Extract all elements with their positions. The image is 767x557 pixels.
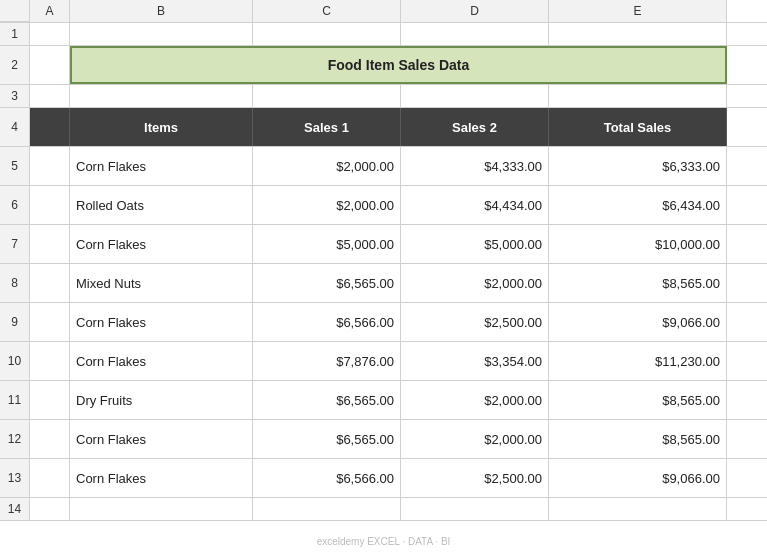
- cell-14b: [70, 498, 253, 520]
- col-header-a: A: [30, 0, 70, 22]
- row-num-14: 14: [0, 498, 30, 520]
- table-row: 9 Corn Flakes $6,566.00 $2,500.00 $9,066…: [0, 303, 767, 342]
- cell-9b: Corn Flakes: [70, 303, 253, 341]
- cell-5d: $4,333.00: [401, 147, 549, 185]
- cell-4a: [30, 108, 70, 146]
- cell-9c: $6,566.00: [253, 303, 401, 341]
- grid-body: 1 2 Food Item Sales Data 3 4 Items: [0, 23, 767, 557]
- cell-10b: Corn Flakes: [70, 342, 253, 380]
- col-sales2-header: Sales 2: [401, 108, 549, 146]
- cell-3c: [253, 85, 401, 107]
- watermark: exceldemy EXCEL · DATA · BI: [317, 536, 451, 547]
- row-num-8: 8: [0, 264, 30, 302]
- col-header-b: B: [70, 0, 253, 22]
- cell-12a: [30, 420, 70, 458]
- row-num-11: 11: [0, 381, 30, 419]
- cell-12b: Corn Flakes: [70, 420, 253, 458]
- cell-6e: $6,434.00: [549, 186, 727, 224]
- row-3: 3: [0, 85, 767, 108]
- row-num-1: 1: [0, 23, 30, 45]
- row-num-9: 9: [0, 303, 30, 341]
- cell-2a: [30, 46, 70, 84]
- cell-14a: [30, 498, 70, 520]
- cell-13d: $2,500.00: [401, 459, 549, 497]
- cell-11d: $2,000.00: [401, 381, 549, 419]
- table-row: 11 Dry Fruits $6,565.00 $2,000.00 $8,565…: [0, 381, 767, 420]
- row-4-header: 4 Items Sales 1 Sales 2 Total Sales: [0, 108, 767, 147]
- table-row: 13 Corn Flakes $6,566.00 $2,500.00 $9,06…: [0, 459, 767, 498]
- row-num-5: 5: [0, 147, 30, 185]
- cell-6b: Rolled Oats: [70, 186, 253, 224]
- col-header-d: D: [401, 0, 549, 22]
- row-num-6: 6: [0, 186, 30, 224]
- cell-9e: $9,066.00: [549, 303, 727, 341]
- row-num-12: 12: [0, 420, 30, 458]
- table-row: 10 Corn Flakes $7,876.00 $3,354.00 $11,2…: [0, 342, 767, 381]
- cell-7b: Corn Flakes: [70, 225, 253, 263]
- cell-12e: $8,565.00: [549, 420, 727, 458]
- cell-7e: $10,000.00: [549, 225, 727, 263]
- spreadsheet-title: Food Item Sales Data: [70, 46, 727, 84]
- row-num-4: 4: [0, 108, 30, 146]
- col-header-e: E: [549, 0, 727, 22]
- table-row: 7 Corn Flakes $5,000.00 $5,000.00 $10,00…: [0, 225, 767, 264]
- cell-9a: [30, 303, 70, 341]
- row-num-3: 3: [0, 85, 30, 107]
- cell-7a: [30, 225, 70, 263]
- cell-6d: $4,434.00: [401, 186, 549, 224]
- col-items-header: Items: [70, 108, 253, 146]
- cell-9d: $2,500.00: [401, 303, 549, 341]
- row-num-7: 7: [0, 225, 30, 263]
- cell-8b: Mixed Nuts: [70, 264, 253, 302]
- table-row: 12 Corn Flakes $6,565.00 $2,000.00 $8,56…: [0, 420, 767, 459]
- cell-6a: [30, 186, 70, 224]
- cell-3d: [401, 85, 549, 107]
- corner-cell: [0, 0, 30, 22]
- spreadsheet: A B C D E 1 2 Food Item Sales Data 3: [0, 0, 767, 557]
- cell-10d: $3,354.00: [401, 342, 549, 380]
- row-14: 14: [0, 498, 767, 521]
- cell-8d: $2,000.00: [401, 264, 549, 302]
- cell-13b: Corn Flakes: [70, 459, 253, 497]
- cell-12c: $6,565.00: [253, 420, 401, 458]
- row-num-10: 10: [0, 342, 30, 380]
- cell-11b: Dry Fruits: [70, 381, 253, 419]
- cell-6c: $2,000.00: [253, 186, 401, 224]
- cell-13e: $9,066.00: [549, 459, 727, 497]
- cell-8c: $6,565.00: [253, 264, 401, 302]
- cell-7d: $5,000.00: [401, 225, 549, 263]
- cell-5b: Corn Flakes: [70, 147, 253, 185]
- cell-14d: [401, 498, 549, 520]
- cell-12d: $2,000.00: [401, 420, 549, 458]
- cell-1b: [70, 23, 253, 45]
- cell-8e: $8,565.00: [549, 264, 727, 302]
- column-header-row: A B C D E: [0, 0, 767, 23]
- cell-3b: [70, 85, 253, 107]
- cell-7c: $5,000.00: [253, 225, 401, 263]
- cell-8a: [30, 264, 70, 302]
- cell-3e: [549, 85, 727, 107]
- cell-3a: [30, 85, 70, 107]
- cell-13c: $6,566.00: [253, 459, 401, 497]
- cell-10e: $11,230.00: [549, 342, 727, 380]
- row-1: 1: [0, 23, 767, 46]
- cell-5c: $2,000.00: [253, 147, 401, 185]
- cell-14e: [549, 498, 727, 520]
- col-total-header: Total Sales: [549, 108, 727, 146]
- cell-1c: [253, 23, 401, 45]
- table-row: 6 Rolled Oats $2,000.00 $4,434.00 $6,434…: [0, 186, 767, 225]
- cell-11a: [30, 381, 70, 419]
- cell-14c: [253, 498, 401, 520]
- cell-1d: [401, 23, 549, 45]
- col-sales1-header: Sales 1: [253, 108, 401, 146]
- table-row: 5 Corn Flakes $2,000.00 $4,333.00 $6,333…: [0, 147, 767, 186]
- cell-5a: [30, 147, 70, 185]
- table-row: 8 Mixed Nuts $6,565.00 $2,000.00 $8,565.…: [0, 264, 767, 303]
- cell-11c: $6,565.00: [253, 381, 401, 419]
- cell-1e: [549, 23, 727, 45]
- cell-5e: $6,333.00: [549, 147, 727, 185]
- cell-1a: [30, 23, 70, 45]
- cell-10a: [30, 342, 70, 380]
- cell-10c: $7,876.00: [253, 342, 401, 380]
- cell-13a: [30, 459, 70, 497]
